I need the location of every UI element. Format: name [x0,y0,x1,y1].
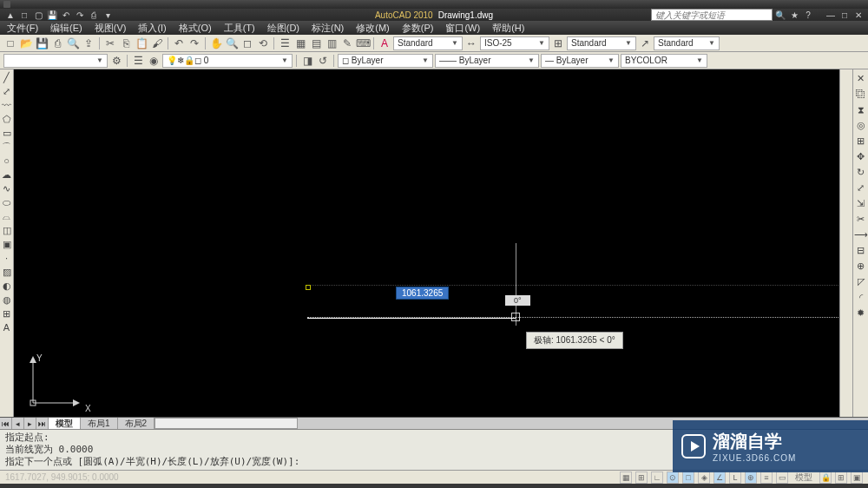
search-icon[interactable]: 🔍 [774,10,786,20]
new-icon[interactable]: □ [19,10,30,20]
lineweight-dropdown[interactable]: — ByLayer▼ [541,54,619,68]
trim-icon[interactable]: ✂ [854,212,868,226]
chamfer-icon[interactable]: ◸ [854,274,868,288]
maximize-button[interactable]: □ [838,10,851,20]
menu-tools[interactable]: 工具(T) [224,22,255,35]
tab-layout2[interactable]: 布局2 [118,418,155,429]
array-icon[interactable]: ⊞ [854,134,868,148]
dimstyle-dropdown[interactable]: ISO-25▼ [480,36,549,50]
scrollbar-vertical[interactable] [839,69,852,417]
line-icon[interactable]: ╱ [1,71,13,83]
menu-file[interactable]: 文件(F) [7,22,38,35]
scale-icon[interactable]: ⤢ [854,181,868,195]
sheet-set-icon[interactable]: ▥ [325,36,339,50]
menu-window[interactable]: 窗口(W) [445,22,480,35]
hatch-icon[interactable]: ▨ [1,266,13,278]
linetype-dropdown[interactable]: —— ByLayer▼ [435,54,539,68]
textstyle-dropdown[interactable]: Standard▼ [393,36,463,50]
move-icon[interactable]: ✥ [854,149,868,163]
ortho-toggle[interactable]: ∟ [651,472,663,484]
join-icon[interactable]: ⊕ [854,259,868,273]
layer-dropdown[interactable]: 💡❄🔒◻ 0▼ [162,54,293,68]
infocenter-search-input[interactable] [651,9,773,21]
ducs-toggle[interactable]: L [729,472,741,484]
status-grid-icon[interactable]: ⊞ [835,472,847,484]
dynamic-length-input[interactable]: 1061.3265 [396,287,449,300]
layer-states-icon[interactable]: ◉ [147,54,161,68]
publish-icon[interactable]: ⇪ [82,36,95,50]
open-icon[interactable]: ▢ [33,10,43,20]
more-icon[interactable]: ▾ [102,10,113,20]
markup-icon[interactable]: ✎ [340,36,354,50]
ws-settings-icon[interactable]: ⚙ [109,54,123,68]
drawing-canvas[interactable]: 1061.3265 0° 极轴: 1061.3265 < 0° Y X [14,69,839,417]
region-icon[interactable]: ◍ [1,293,13,306]
plotstyle-dropdown[interactable]: BYCOLOR▼ [621,54,707,68]
polar-toggle[interactable]: ⊙ [667,472,679,484]
tab-layout1[interactable]: 布局1 [81,418,118,429]
menu-edit[interactable]: 编辑(E) [50,22,82,35]
help-icon[interactable]: ? [802,10,814,20]
menu-draw[interactable]: 绘图(D) [267,22,299,35]
copy-icon[interactable]: ⎘ [119,36,133,50]
undo-icon[interactable]: ↶ [61,10,71,20]
erase-icon[interactable]: ✕ [854,71,868,85]
undo-icon[interactable]: ↶ [172,36,186,50]
cut-icon[interactable]: ✂ [103,36,117,50]
redo-icon[interactable]: ↷ [75,10,85,20]
app-menu-icon[interactable]: ▲ [5,10,16,20]
tab-prev-icon[interactable]: ◂ [12,418,24,429]
block-icon[interactable]: ◫ [1,224,13,236]
status-lock-icon[interactable]: 🔒 [819,472,832,484]
subscribe-icon[interactable]: ★ [788,10,800,20]
stretch-icon[interactable]: ⇲ [854,196,868,210]
table-icon[interactable]: ⊞ [1,307,13,320]
plot-icon[interactable]: ⎙ [50,36,64,50]
mtext-icon[interactable]: A [1,321,13,333]
menu-param[interactable]: 参数(P) [402,22,434,35]
tab-last-icon[interactable]: ⏭ [36,418,49,429]
fillet-icon[interactable]: ◜ [854,290,868,304]
save-icon[interactable]: 💾 [47,10,57,20]
menu-help[interactable]: 帮助(H) [492,22,524,35]
menu-dim[interactable]: 标注(N) [312,22,344,35]
polygon-icon[interactable]: ⬠ [1,113,13,125]
qp-toggle[interactable]: ▭ [776,472,788,484]
calc-icon[interactable]: ⌨ [356,36,370,50]
osnap-toggle[interactable]: □ [682,472,694,484]
ellipse-arc-icon[interactable]: ⌓ [1,210,13,222]
explode-icon[interactable]: ✹ [854,306,868,320]
extend-icon[interactable]: ⟶ [854,228,868,241]
dimstyle-icon[interactable]: ↔ [464,36,478,50]
snap-toggle[interactable]: ▦ [620,472,632,484]
mleaderstyle-icon[interactable]: ↗ [638,36,652,50]
menu-view[interactable]: 视图(V) [95,22,127,35]
circle-icon[interactable]: ○ [1,155,13,167]
break-icon[interactable]: ⊟ [854,243,868,257]
menu-format[interactable]: 格式(O) [179,22,212,35]
tablestyle-icon[interactable]: ⊞ [551,36,565,50]
textstyle-icon[interactable]: A [378,36,391,50]
layer-props-icon[interactable]: ☰ [131,54,145,68]
menu-insert[interactable]: 插入(I) [138,22,166,35]
status-max-icon[interactable]: ▣ [851,472,863,484]
zoom-realtime-icon[interactable]: 🔍 [225,36,239,50]
pline-icon[interactable]: 〰 [1,99,13,111]
revcloud-icon[interactable]: ☁ [1,168,13,181]
pan-icon[interactable]: ✋ [209,36,223,50]
otrack-toggle[interactable]: ∠ [713,472,726,484]
make-block-icon[interactable]: ▣ [1,238,13,250]
minimize-button[interactable]: — [825,10,837,20]
matchprop-icon[interactable]: 🖌 [150,36,164,50]
redo-icon[interactable]: ↷ [187,36,201,50]
close-button[interactable]: ✕ [852,10,865,20]
rotate-icon[interactable]: ↻ [854,165,868,179]
point-icon[interactable]: · [1,252,13,264]
color-dropdown[interactable]: ◻ ByLayer▼ [338,54,433,68]
zoom-prev-icon[interactable]: ⟲ [256,36,270,50]
print-icon[interactable]: ⎙ [89,10,99,20]
ellipse-icon[interactable]: ⬭ [1,196,13,208]
dyn-toggle[interactable]: ⊕ [745,472,757,484]
status-model[interactable]: 模型 [792,472,816,484]
menu-modify[interactable]: 修改(M) [356,22,390,35]
